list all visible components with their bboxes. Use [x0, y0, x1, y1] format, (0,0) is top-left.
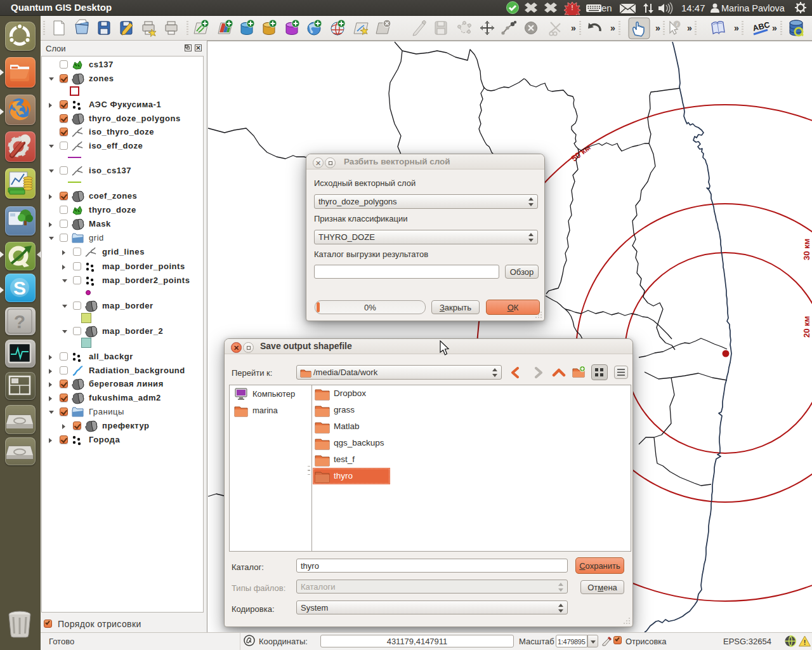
svg-text:30 км: 30 км — [802, 239, 811, 260]
svg-text:»: » — [610, 23, 615, 33]
svg-text:!: ! — [804, 639, 806, 646]
svg-text:S: S — [13, 277, 26, 298]
svg-text:?: ? — [14, 311, 25, 332]
svg-text:Marina Pavlova: Marina Pavlova — [721, 3, 785, 13]
svg-text:»: » — [687, 23, 692, 33]
svg-text:»: » — [734, 23, 739, 33]
svg-text:»: » — [571, 23, 576, 33]
svg-text:!: ! — [571, 4, 573, 11]
svg-text:»: » — [772, 23, 777, 33]
svg-text:50 км: 50 км — [570, 142, 593, 163]
svg-text:20 км: 20 км — [802, 316, 811, 338]
svg-text:en: en — [601, 3, 612, 13]
svg-text:»: » — [655, 23, 660, 33]
svg-text:14:47: 14:47 — [681, 3, 705, 13]
